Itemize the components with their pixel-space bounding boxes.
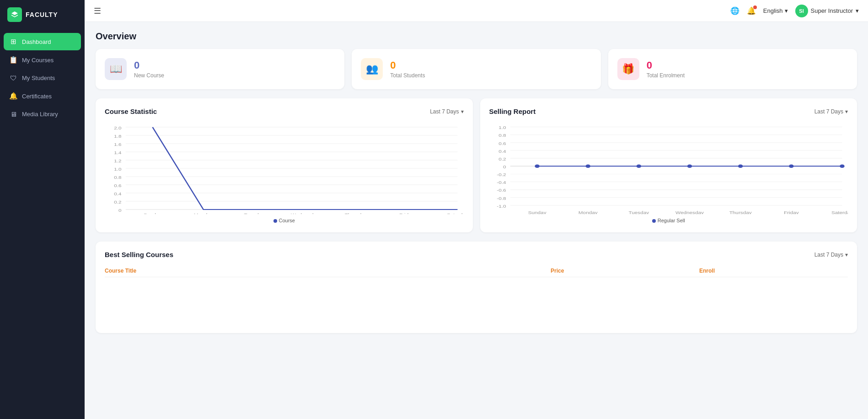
selling-report-chevron-icon: ▾	[845, 108, 848, 115]
svg-text:2.0: 2.0	[114, 126, 122, 130]
selling-report-filter[interactable]: Last 7 Days ▾	[814, 108, 848, 115]
topbar-right: 🌐 🔔 English ▾ SI Super Instructor ▾	[730, 5, 859, 17]
best-selling-header: Best Selling Courses Last 7 Days ▾	[105, 251, 848, 258]
logo-text: FACULTY	[26, 11, 58, 18]
total-students-info: 0 Total Students	[390, 59, 425, 79]
col-header-price: Price	[551, 268, 699, 274]
svg-text:1.6: 1.6	[114, 142, 122, 146]
best-selling-filter-label: Last 7 Days	[814, 252, 843, 258]
stat-card-total-students: 👥 0 Total Students	[352, 49, 600, 89]
book-icon: 📖	[110, 63, 122, 75]
new-course-icon-wrap: 📖	[105, 58, 127, 80]
svg-text:-0.8: -0.8	[497, 196, 506, 200]
globe-icon[interactable]: 🌐	[730, 6, 739, 15]
svg-text:Sunday: Sunday	[528, 211, 547, 214]
selling-report-header: Selling Report Last 7 Days ▾	[489, 107, 848, 115]
selling-report-title: Selling Report	[489, 107, 536, 115]
svg-text:0.4: 0.4	[114, 192, 122, 196]
svg-text:0.8: 0.8	[498, 134, 506, 138]
total-students-icon-wrap: 👥	[361, 58, 383, 80]
selling-report-chart: 1.0 0.8 0.6 0.4 0.2 0 -0.2 -0.4 -0.6 -0.…	[489, 123, 848, 214]
courses-icon: 📋	[9, 56, 17, 64]
best-selling-card: Best Selling Courses Last 7 Days ▾ Cours…	[96, 242, 857, 333]
selling-report-legend: Regular Sell	[489, 218, 848, 223]
sidebar-item-label-media: Media Library	[22, 111, 58, 118]
svg-text:-0.2: -0.2	[497, 173, 506, 177]
svg-text:Monday: Monday	[194, 213, 214, 214]
students-stat-icon: 👥	[366, 63, 378, 75]
sidebar-item-my-courses[interactable]: 📋 My Courses	[4, 51, 81, 69]
hamburger-button[interactable]: ☰	[94, 6, 101, 16]
sidebar-item-my-students[interactable]: 🛡 My Students	[4, 70, 81, 86]
total-enrolment-icon-wrap: 🎁	[617, 58, 639, 80]
svg-text:1.4: 1.4	[114, 150, 122, 155]
svg-text:0: 0	[118, 208, 122, 212]
svg-point-53	[636, 164, 641, 168]
language-label: English	[763, 7, 783, 14]
sidebar-item-dashboard[interactable]: ⊞ Dashboard	[4, 33, 81, 50]
dashboard-icon: ⊞	[9, 38, 17, 46]
svg-text:Wednesday: Wednesday	[675, 211, 704, 214]
course-statistic-chevron-icon: ▾	[461, 108, 464, 115]
total-enrolment-label: Total Enrolment	[647, 72, 685, 79]
course-statistic-card: Course Statistic Last 7 Days ▾ 2.0 1.8 1…	[96, 98, 473, 232]
sidebar-item-label-students: My Students	[22, 75, 55, 81]
course-statistic-filter[interactable]: Last 7 Days ▾	[430, 108, 463, 115]
svg-point-56	[789, 164, 793, 168]
sidebar-item-media-library[interactable]: 🖥 Media Library	[4, 106, 81, 123]
svg-text:Thursday: Thursday	[729, 211, 752, 214]
svg-text:Monday: Monday	[578, 211, 598, 214]
best-selling-filter[interactable]: Last 7 Days ▾	[814, 252, 848, 258]
svg-point-54	[687, 164, 691, 168]
user-selector[interactable]: SI Super Instructor ▾	[795, 5, 859, 17]
avatar: SI	[795, 5, 808, 17]
content: Overview 📖 0 New Course 👥 0	[85, 22, 868, 419]
svg-text:Tuesday: Tuesday	[628, 211, 649, 214]
svg-text:Friday: Friday	[783, 211, 799, 214]
course-statistic-header: Course Statistic Last 7 Days ▾	[105, 107, 464, 115]
course-legend-label: Course	[279, 218, 295, 223]
best-selling-title: Best Selling Courses	[105, 251, 173, 258]
total-enrolment-count: 0	[647, 59, 685, 71]
svg-point-52	[585, 164, 590, 168]
svg-text:0.6: 0.6	[498, 141, 506, 145]
svg-text:Saterday: Saterday	[447, 213, 464, 214]
topbar-left: ☰	[94, 6, 101, 16]
svg-text:0: 0	[503, 165, 506, 169]
new-course-count: 0	[134, 59, 164, 71]
sidebar-nav: ⊞ Dashboard 📋 My Courses 🛡 My Students 🔔…	[0, 29, 85, 126]
new-course-info: 0 New Course	[134, 59, 164, 79]
students-icon: 🛡	[9, 74, 17, 82]
logo: FACULTY	[0, 0, 85, 29]
svg-text:Tuesday: Tuesday	[244, 213, 265, 214]
media-icon: 🖥	[9, 110, 17, 118]
svg-text:0.6: 0.6	[114, 183, 122, 188]
svg-point-51	[535, 164, 539, 168]
svg-text:0.2: 0.2	[498, 157, 506, 161]
svg-point-55	[738, 164, 742, 168]
selling-legend-label: Regular Sell	[658, 218, 685, 223]
notification-icon[interactable]: 🔔	[747, 6, 756, 15]
language-selector[interactable]: English ▾	[763, 7, 788, 14]
total-enrolment-info: 0 Total Enrolment	[647, 59, 685, 79]
svg-text:Friday: Friday	[399, 213, 415, 214]
certificates-icon: 🔔	[9, 92, 17, 100]
main: ☰ 🌐 🔔 English ▾ SI Super Instructor ▾ Ov…	[85, 0, 868, 419]
topbar: ☰ 🌐 🔔 English ▾ SI Super Instructor ▾	[85, 0, 868, 22]
course-statistic-chart: 2.0 1.8 1.6 1.4 1.2 1.0 0.8 0.6 0.4 0.2 …	[105, 123, 464, 214]
stat-card-total-enrolment: 🎁 0 Total Enrolment	[608, 49, 857, 89]
svg-text:Wednesday: Wednesday	[291, 213, 320, 214]
course-statistic-filter-label: Last 7 Days	[430, 108, 459, 115]
logo-icon	[7, 7, 22, 22]
user-name: Super Instructor	[811, 7, 853, 14]
svg-text:1.2: 1.2	[114, 159, 122, 163]
user-chevron-icon: ▾	[856, 7, 859, 14]
svg-text:-0.4: -0.4	[497, 181, 506, 185]
new-course-label: New Course	[134, 72, 164, 79]
page-title: Overview	[96, 31, 857, 42]
total-students-label: Total Students	[390, 72, 425, 79]
svg-text:0.8: 0.8	[114, 175, 122, 179]
course-statistic-legend: Course	[105, 218, 464, 223]
svg-text:1.0: 1.0	[498, 126, 506, 130]
sidebar-item-certificates[interactable]: 🔔 Certificates	[4, 87, 81, 105]
